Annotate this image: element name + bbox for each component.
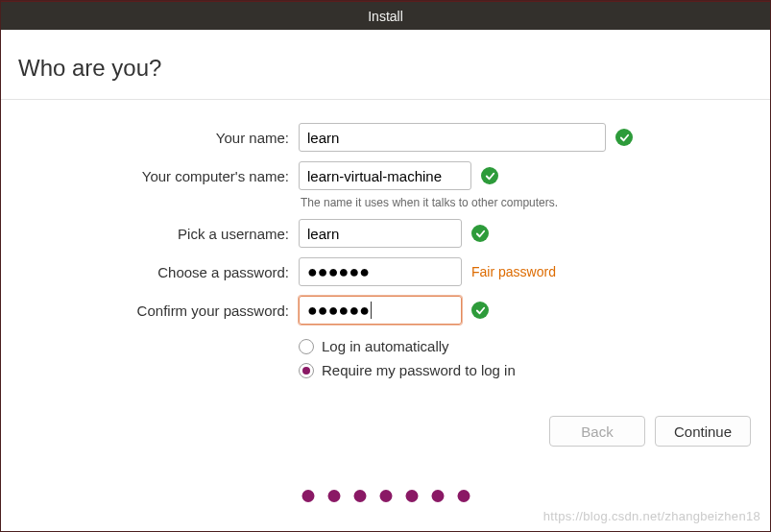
login-options: Log in automatically Require my password… <box>299 334 770 378</box>
password-strength: Fair password <box>471 264 556 279</box>
check-icon <box>471 225 489 242</box>
nav-buttons: Back Continue <box>549 416 751 447</box>
password-input[interactable]: ●●●●●● <box>299 257 462 286</box>
continue-button[interactable]: Continue <box>655 416 751 447</box>
radio-icon <box>299 339 314 354</box>
dot-icon <box>457 490 470 502</box>
progress-dots <box>301 490 470 502</box>
user-form: Your name: Your computer's name: The nam… <box>1 100 770 378</box>
username-input[interactable] <box>299 219 462 248</box>
window-title: Install <box>368 9 403 24</box>
text-cursor <box>371 302 372 319</box>
titlebar: Install <box>1 1 770 30</box>
check-icon <box>615 129 633 146</box>
name-input[interactable] <box>299 123 606 152</box>
radio-icon <box>299 363 314 378</box>
dot-icon <box>301 490 314 502</box>
label-computer: Your computer's name: <box>1 168 299 184</box>
confirm-password-input[interactable]: ●●●●●● <box>299 296 462 325</box>
computer-name-input[interactable] <box>299 161 471 190</box>
dot-icon <box>353 490 366 502</box>
dot-icon <box>431 490 444 502</box>
check-icon <box>471 302 489 319</box>
label-confirm: Confirm your password: <box>1 302 299 319</box>
computer-name-hint: The name it uses when it talks to other … <box>299 196 770 209</box>
page-title: Who are you? <box>1 30 770 100</box>
dot-icon <box>379 490 392 502</box>
check-icon <box>481 167 498 184</box>
dot-icon <box>327 490 340 502</box>
radio-auto-login[interactable]: Log in automatically <box>299 338 770 354</box>
label-name: Your name: <box>1 130 299 146</box>
label-password: Choose a password: <box>1 264 299 280</box>
back-button[interactable]: Back <box>549 416 645 447</box>
watermark: https://blog.csdn.net/zhangbeizhen18 <box>543 509 760 523</box>
dot-icon <box>405 490 418 502</box>
radio-require-password[interactable]: Require my password to log in <box>299 362 770 378</box>
radio-label: Log in automatically <box>322 338 449 354</box>
label-username: Pick a username: <box>1 226 299 242</box>
radio-label: Require my password to log in <box>322 362 516 378</box>
